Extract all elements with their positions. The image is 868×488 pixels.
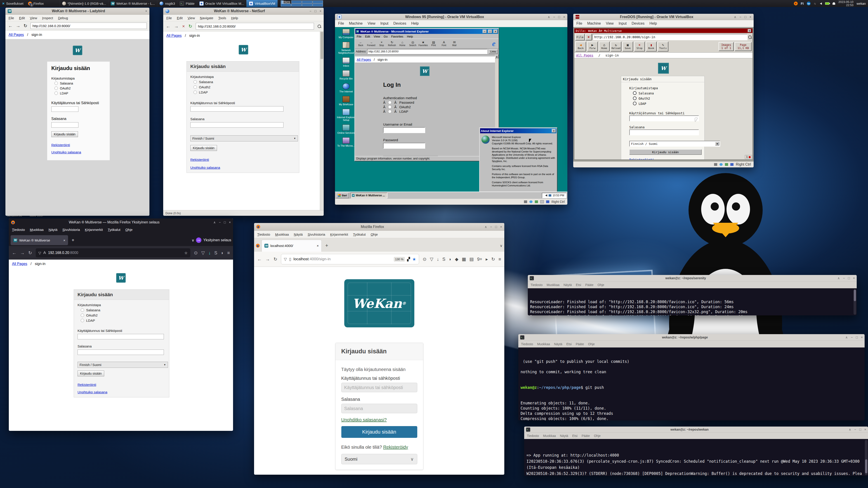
maximize-icon[interactable]: □ — [495, 225, 497, 229]
maximize-icon[interactable]: □ — [224, 221, 225, 224]
menu-item[interactable]: Muokkaa — [30, 228, 43, 232]
zoom-level-badge[interactable]: 130 % — [394, 257, 405, 262]
database-icon[interactable]: ▤ — [469, 256, 474, 262]
all-pages-link[interactable]: All Pages — [576, 54, 593, 57]
menu-item[interactable]: Edit — [19, 16, 25, 20]
menu-item[interactable]: Tiedosto — [527, 434, 539, 437]
auth-method-option[interactable]: Salasana — [81, 308, 165, 312]
terminal-titlebar[interactable]: >_ wekan@z: ~/repos/w/php/page ∧−□× — [518, 334, 865, 340]
password-input[interactable] — [190, 122, 283, 128]
username-input[interactable] — [190, 106, 283, 111]
language-select[interactable]: Finnish / Suomi ▼ — [78, 362, 168, 368]
menu-item[interactable]: Muokkaa — [537, 342, 550, 346]
shield-icon[interactable]: ▽ — [38, 251, 41, 255]
menu-item[interactable]: View — [30, 16, 37, 20]
shade-icon[interactable]: ∧ — [734, 15, 736, 19]
auth-method-option[interactable]: Salasana — [633, 91, 702, 95]
auth-method-option[interactable]: OAuth2 — [193, 85, 296, 89]
menu-item[interactable]: View — [188, 16, 195, 20]
minimize-icon[interactable]: − — [739, 15, 741, 19]
username-input[interactable] — [341, 383, 417, 392]
maximize-icon[interactable]: □ — [558, 15, 560, 19]
applications-menu[interactable]: × Sovellukset — [0, 0, 26, 7]
auth-method-option[interactable]: LDAP — [81, 319, 165, 322]
radio-icon[interactable] — [388, 101, 392, 104]
keyboard-layout-indicator[interactable]: FI — [801, 2, 804, 5]
close-icon[interactable]: × — [552, 129, 556, 133]
menu-item[interactable]: File — [166, 16, 172, 20]
bookmark-star-icon[interactable]: ★ — [412, 257, 416, 262]
password-input[interactable] — [341, 404, 417, 413]
shade-icon[interactable]: ∧ — [548, 15, 550, 19]
pointer-icon[interactable]: ▸ — [486, 256, 488, 262]
terminal-output[interactable]: ResourceLoader: Finished load of: "http:… — [528, 288, 857, 315]
menu-item[interactable]: Tiedosto — [12, 228, 25, 232]
reload-icon[interactable]: ↻ — [188, 24, 192, 29]
address-bar[interactable]: http://192.168.0.20:8000/ — [367, 49, 487, 54]
scrollbar[interactable] — [865, 440, 868, 475]
signin-button[interactable]: Kirjaudu sisään — [51, 131, 78, 137]
minimize-icon[interactable]: − — [854, 428, 856, 431]
radio-icon[interactable] — [81, 308, 84, 312]
menu-item[interactable]: Muokkaa — [275, 232, 289, 236]
taskbar-window-button[interactable]: nsgtk3 — [157, 0, 177, 7]
dillo-bug-meter[interactable]: 1 — [745, 155, 752, 159]
forward-icon[interactable]: → — [16, 23, 20, 29]
menu-item[interactable]: Kirjanmerkit — [330, 232, 348, 236]
radio-icon[interactable] — [55, 82, 58, 85]
close-icon[interactable]: × — [861, 335, 863, 339]
user-label[interactable]: wekan — [857, 2, 866, 5]
download-icon[interactable]: ↓ — [209, 250, 211, 256]
close-icon[interactable]: × — [320, 9, 321, 13]
close-icon[interactable]: × — [748, 29, 751, 32]
menu-item[interactable]: Työkalut — [108, 228, 121, 232]
minimize-icon[interactable]: − — [843, 276, 845, 280]
taskbar-window-button[interactable]: >_ Pääte — [177, 0, 197, 7]
menu-item[interactable]: Devices — [631, 22, 645, 26]
vbox-titlebar[interactable]: ◆ Windows 95 [Running] - Oracle VM Virtu… — [335, 14, 567, 20]
auth-method-option[interactable]: Salasana — [55, 82, 105, 85]
menu-item[interactable]: Tools — [218, 16, 226, 20]
new-tab-icon[interactable]: + — [70, 238, 76, 243]
extensions-icon[interactable]: ▦ — [462, 256, 466, 262]
menu-item[interactable]: Muokkaa — [547, 283, 559, 287]
menu-item[interactable]: Etsi — [576, 283, 581, 287]
language-select[interactable]: Suomi ∨ — [341, 454, 417, 464]
tab-close-icon[interactable]: × — [63, 238, 65, 242]
signin-button[interactable]: Kirjaudu sisään — [78, 370, 104, 377]
maximize-icon[interactable]: □ — [744, 15, 746, 19]
hp-icon[interactable]: hp — [807, 2, 811, 5]
auth-method-option[interactable]: LDAP — [55, 92, 105, 95]
dillo-toolbar-button[interactable]: ▣Save — [622, 41, 633, 52]
close-icon[interactable]: × — [864, 428, 866, 431]
auth-method-option[interactable]: OAuth2 — [55, 87, 105, 90]
display-icon[interactable] — [549, 194, 551, 197]
firefox-titlebar[interactable]: WeKan ® Multiverse — Mozilla Firefox Yks… — [9, 219, 233, 226]
forgot-password-link[interactable]: Unohditko salasanasi? — [341, 417, 387, 422]
shade-icon[interactable]: ∧ — [837, 276, 840, 280]
username-input[interactable] — [78, 334, 164, 339]
signin-button[interactable]: Kirjaudu sisään — [341, 426, 417, 438]
win95-desktop-icon[interactable]: My Computer — [336, 29, 356, 39]
radio-icon[interactable] — [388, 110, 392, 113]
links-button[interactable]: Links — [489, 49, 498, 54]
ie-toolbar-button[interactable]: A Font — [439, 41, 449, 46]
ud-shield-icon[interactable]: ◆ — [455, 256, 458, 262]
language-select[interactable]: Finnish / Suomi ▼ — [190, 135, 298, 141]
menu-item[interactable]: Go — [383, 35, 388, 38]
fingerprint-icon[interactable]: ⊙ — [194, 250, 198, 256]
menu-item[interactable]: File — [338, 22, 344, 26]
win95-desktop-icon[interactable]: Online Services — [336, 125, 356, 134]
menu-item[interactable]: Help — [231, 16, 238, 20]
menu-item[interactable]: Etsi — [572, 434, 578, 437]
auth-method-option[interactable]: OAuth2 — [633, 96, 702, 100]
radio-icon[interactable] — [193, 86, 197, 89]
menu-item[interactable]: Tiedosto — [521, 342, 533, 346]
password-input[interactable] — [629, 129, 699, 135]
menu-item[interactable]: Ohje — [125, 228, 133, 232]
maximize-icon[interactable]: □ — [848, 276, 850, 280]
menu-item[interactable]: Kirjanmerkit — [85, 228, 103, 232]
menu-item[interactable]: Näytä — [563, 283, 572, 287]
terminal-titlebar[interactable]: >_ wekan@z: ~/repos/wekan ∧−□× — [524, 427, 868, 432]
signin-button[interactable]: Kirjaudu sisään — [629, 149, 702, 155]
